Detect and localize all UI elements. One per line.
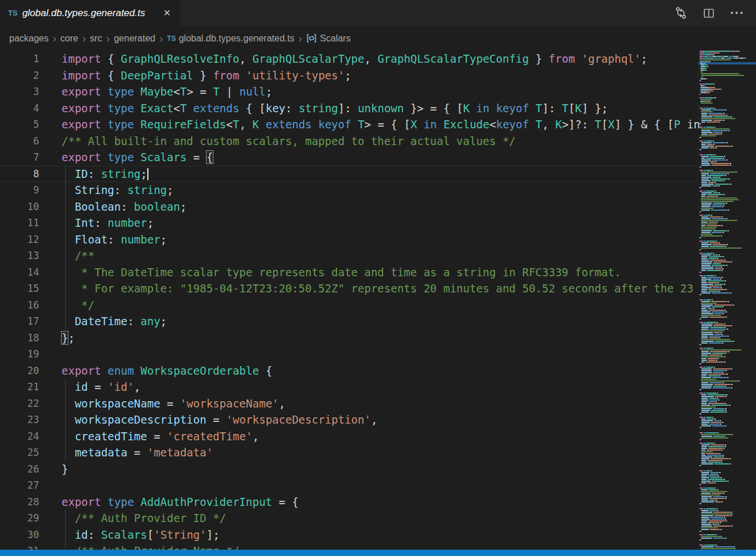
code-text: id = 'id',	[62, 379, 140, 395]
code-line[interactable]: 14 * The DateTime scalar type represents…	[0, 264, 756, 281]
breadcrumb-item[interactable]: generated	[114, 33, 155, 44]
line-number: 19	[0, 346, 39, 363]
code-line[interactable]: 22 workspaceName = 'workspaceName',	[0, 395, 756, 412]
code-line[interactable]: 16 */	[0, 297, 756, 314]
breadcrumb-item[interactable]: Scalars	[306, 33, 350, 44]
code-text: metadata = 'metadata'	[62, 444, 213, 461]
code-text: };	[62, 330, 75, 346]
code-line[interactable]: 26}	[0, 461, 756, 478]
code-line[interactable]: 7export type Scalars = {	[0, 149, 756, 166]
split-editor-icon[interactable]	[702, 7, 715, 20]
code-line[interactable]: 1import { GraphQLResolveInfo, GraphQLSca…	[0, 51, 756, 67]
line-number: 6	[0, 133, 39, 150]
line-number: 2	[0, 67, 39, 84]
line-number: 28	[0, 494, 39, 511]
line-number: 10	[0, 199, 39, 215]
code-line[interactable]: 18};	[0, 330, 756, 346]
line-number: 3	[0, 83, 39, 100]
code-text: Int: number;	[62, 215, 154, 231]
code-line[interactable]: 13 /**	[0, 247, 756, 264]
line-number: 31	[0, 543, 39, 550]
code-line[interactable]: 24 createdTime = 'createdTime',	[0, 428, 756, 445]
breadcrumb-item[interactable]: core	[60, 33, 78, 44]
code-line[interactable]: 12 Float: number;	[0, 231, 756, 248]
line-number: 18	[0, 330, 39, 346]
breadcrumb-separator-icon: ›	[155, 33, 167, 44]
code-line[interactable]: 17 DateTime: any;	[0, 313, 756, 330]
code-line[interactable]: 6/** All built-in and custom scalars, ma…	[0, 133, 756, 150]
tab-bar-empty-space	[180, 0, 674, 26]
code-text: * For example: "1985-04-12T23:20:50.52Z"…	[62, 280, 693, 297]
line-number: 11	[0, 215, 39, 231]
tab-global-db-types[interactable]: TS global.db.types.generated.ts ✕	[0, 0, 180, 26]
code-line[interactable]: 9 String: string;	[0, 182, 756, 199]
code-text: import { GraphQLResolveInfo, GraphQLScal…	[62, 51, 647, 67]
code-line[interactable]: 4export type Exact<T extends { [key: str…	[0, 100, 756, 117]
typescript-file-icon: TS	[8, 9, 18, 17]
open-changes-icon[interactable]	[674, 6, 688, 20]
line-number: 27	[0, 477, 39, 494]
code-text: DateTime: any;	[62, 313, 167, 330]
code-text: export enum WorkspaceOrderable {	[62, 363, 272, 379]
code-text: ID: string;	[62, 166, 148, 182]
breadcrumb-item[interactable]: TSglobal.db.types.generated.ts	[167, 33, 294, 44]
breadcrumb-label: generated	[114, 33, 155, 44]
breadcrumbs: packages›core›src›generated›TSglobal.db.…	[0, 26, 756, 51]
line-number: 7	[0, 149, 39, 166]
code-line[interactable]: 27	[0, 477, 756, 494]
code-line[interactable]: 31 /** Auth Provider Name */	[0, 543, 756, 550]
code-text: /**	[62, 247, 94, 264]
code-line[interactable]: 21 id = 'id',	[0, 379, 756, 395]
breadcrumb-item[interactable]: src	[90, 33, 102, 44]
line-number: 20	[0, 363, 39, 379]
line-number: 12	[0, 231, 39, 248]
code-line[interactable]: 5export type RequireFields<T, K extends …	[0, 116, 756, 133]
line-number: 4	[0, 100, 39, 117]
code-line[interactable]: 8 ID: string;	[0, 166, 756, 182]
code-line[interactable]: 15 * For example: "1985-04-12T23:20:50.5…	[0, 280, 756, 297]
code-editor[interactable]: 1import { GraphQLResolveInfo, GraphQLSca…	[0, 51, 756, 550]
code-line[interactable]: 23 workspaceDescription = 'workspaceDesc…	[0, 412, 756, 428]
code-text: */	[62, 297, 94, 314]
code-line[interactable]: 2import { DeepPartial } from 'utility-ty…	[0, 67, 756, 84]
code-text: }	[62, 461, 68, 478]
breadcrumb-label: src	[90, 33, 102, 44]
code-line[interactable]: 20export enum WorkspaceOrderable {	[0, 363, 756, 379]
line-number: 21	[0, 379, 39, 395]
line-number: 17	[0, 313, 39, 330]
line-number: 29	[0, 510, 39, 527]
line-number: 24	[0, 428, 39, 445]
code-text: /** All built-in and custom scalars, map…	[62, 133, 516, 150]
line-number: 5	[0, 116, 39, 133]
more-actions-icon[interactable]: ···	[730, 7, 744, 20]
code-text: id: Scalars['String'];	[62, 527, 220, 543]
line-number: 22	[0, 395, 39, 412]
code-text: workspaceName = 'workspaceName',	[62, 395, 285, 412]
code-line[interactable]: 28export type AddAuthProviderInput = {	[0, 494, 756, 511]
code-text: Float: number;	[62, 231, 167, 248]
breadcrumb-item[interactable]: packages	[9, 33, 49, 44]
line-number: 13	[0, 247, 39, 264]
breadcrumb-separator-icon: ›	[295, 33, 306, 44]
code-line[interactable]: 3export type Maybe<T> = T | null;	[0, 83, 756, 100]
minimap[interactable]	[698, 51, 756, 550]
code-line[interactable]: 19	[0, 346, 756, 363]
code-line[interactable]: 30 id: Scalars['String'];	[0, 527, 756, 543]
line-number: 25	[0, 444, 39, 461]
code-line[interactable]: 29 /** Auth Provider ID */	[0, 510, 756, 527]
code-line[interactable]: 10 Boolean: boolean;	[0, 199, 756, 215]
line-number: 26	[0, 461, 39, 478]
breadcrumb-separator-icon: ›	[78, 33, 90, 44]
code-text: export type Exact<T extends { [key: stri…	[62, 100, 608, 117]
minimap-canvas	[698, 51, 756, 550]
line-number: 8	[0, 166, 39, 182]
code-line[interactable]: 11 Int: number;	[0, 215, 756, 231]
breadcrumb-separator-icon: ›	[102, 33, 114, 44]
close-icon[interactable]: ✕	[161, 6, 173, 20]
line-number: 14	[0, 264, 39, 281]
tab-bar: TS global.db.types.generated.ts ✕	[0, 0, 756, 26]
tab-label: global.db.types.generated.ts	[22, 7, 156, 19]
line-number: 30	[0, 527, 39, 543]
code-line[interactable]: 25 metadata = 'metadata'	[0, 444, 756, 461]
breadcrumb-label: core	[60, 33, 78, 44]
